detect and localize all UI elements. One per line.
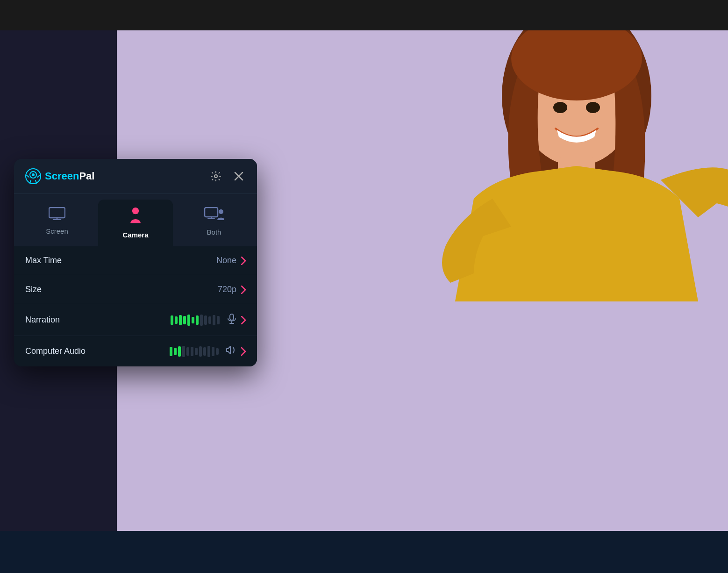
bar-ca-12	[216, 348, 219, 355]
microphone-icon	[227, 314, 236, 326]
header-actions	[208, 169, 246, 184]
bar-4	[183, 316, 186, 324]
screen-person-icon	[204, 207, 224, 221]
speaker-svg	[226, 345, 236, 355]
bar-5	[187, 315, 190, 326]
bar-ca-7	[195, 348, 198, 355]
narration-label: Narration	[25, 315, 60, 325]
camera-tab-icon	[128, 207, 143, 227]
svg-rect-25	[230, 314, 234, 320]
computer-audio-bars	[170, 346, 219, 357]
screenpal-logo-icon	[25, 168, 41, 184]
size-value: 720p	[218, 285, 236, 294]
close-icon	[234, 171, 244, 181]
setting-narration[interactable]: Narration	[14, 304, 257, 336]
setting-computer-audio[interactable]: Computer Audio	[14, 336, 257, 366]
speaker-icon	[226, 345, 236, 357]
svg-point-14	[214, 175, 217, 178]
bar-9	[204, 315, 207, 325]
tab-both-label: Both	[207, 228, 221, 236]
computer-audio-label: Computer Audio	[25, 346, 86, 356]
top-bar	[0, 0, 728, 30]
bar-ca-8	[199, 346, 202, 357]
setting-max-time[interactable]: Max Time None	[14, 246, 257, 275]
svg-point-5	[553, 102, 567, 113]
bar-ca-1	[170, 347, 172, 356]
chevron-right-icon	[241, 286, 246, 294]
bar-1	[171, 315, 173, 325]
person-icon	[128, 207, 143, 224]
tab-row: Screen Camera	[14, 194, 257, 246]
chevron-right-icon	[241, 257, 246, 265]
svg-point-24	[219, 209, 223, 214]
tab-screen-label: Screen	[46, 227, 68, 235]
logo-text: ScreenPal	[45, 170, 94, 182]
screenpal-panel: ScreenPal	[14, 159, 257, 366]
settings-area: Max Time None Size 720p	[14, 246, 257, 366]
bottom-bar	[0, 531, 728, 573]
size-chevron[interactable]	[241, 286, 246, 294]
setting-size[interactable]: Size 720p	[14, 275, 257, 304]
bar-8	[200, 315, 203, 326]
both-tab-icon	[204, 207, 224, 224]
max-time-label: Max Time	[25, 256, 62, 265]
bar-6	[192, 317, 194, 323]
size-label: Size	[25, 285, 42, 294]
computer-audio-chevron[interactable]	[241, 347, 246, 356]
max-time-chevron[interactable]	[241, 257, 246, 265]
chevron-right-icon	[241, 347, 246, 356]
tab-camera-label: Camera	[122, 231, 148, 239]
max-time-right: None	[216, 256, 246, 265]
panel-header: ScreenPal	[14, 159, 257, 194]
bar-3	[179, 315, 182, 325]
bar-ca-2	[174, 348, 177, 355]
bar-10	[208, 316, 211, 324]
close-button[interactable]	[232, 169, 246, 183]
tab-screen[interactable]: Screen	[20, 200, 94, 246]
svg-point-6	[586, 102, 600, 113]
woman-illustration	[380, 30, 728, 479]
bar-ca-5	[186, 347, 189, 356]
svg-line-13	[37, 175, 40, 177]
svg-point-9	[32, 173, 35, 176]
bar-11	[213, 315, 215, 325]
gear-icon	[210, 171, 221, 182]
bar-2	[175, 316, 178, 324]
bar-ca-4	[182, 346, 185, 357]
bar-ca-9	[203, 347, 206, 356]
mic-svg	[227, 314, 236, 324]
max-time-value: None	[216, 256, 236, 265]
svg-point-20	[132, 208, 139, 214]
settings-button[interactable]	[208, 169, 223, 184]
svg-rect-21	[205, 208, 218, 217]
bar-ca-11	[212, 347, 214, 356]
logo-area: ScreenPal	[25, 168, 94, 184]
bar-ca-3	[178, 346, 181, 357]
computer-audio-right	[170, 345, 246, 357]
tab-both[interactable]: Both	[177, 200, 251, 246]
bar-7	[196, 315, 199, 325]
size-right: 720p	[218, 285, 246, 294]
monitor-icon	[49, 207, 65, 220]
screen-tab-icon	[49, 207, 65, 223]
chevron-right-icon	[241, 316, 246, 324]
narration-right	[171, 314, 246, 326]
bar-ca-10	[207, 346, 210, 357]
narration-bars	[171, 315, 220, 326]
narration-chevron[interactable]	[241, 316, 246, 324]
bar-12	[217, 316, 220, 324]
svg-line-12	[27, 175, 29, 177]
bar-ca-6	[191, 347, 193, 356]
tab-camera[interactable]: Camera	[98, 200, 173, 246]
svg-rect-17	[49, 208, 65, 218]
